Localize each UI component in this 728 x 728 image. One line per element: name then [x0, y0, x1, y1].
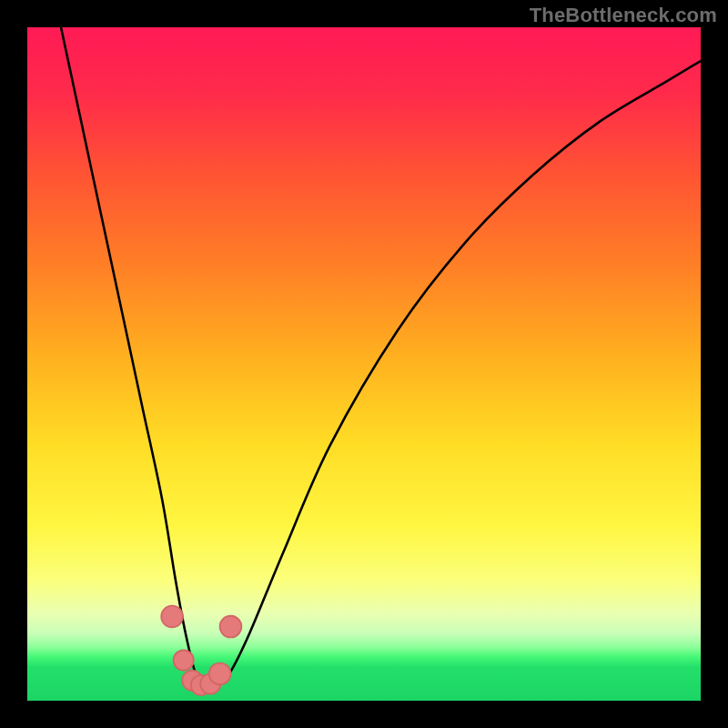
highlight-point	[220, 616, 242, 638]
highlight-point	[161, 606, 183, 628]
watermark-text: TheBottleneck.com	[530, 4, 717, 27]
bottleneck-curve	[61, 27, 701, 689]
highlight-markers	[161, 606, 241, 695]
highlight-point	[209, 663, 231, 685]
chart-stage: TheBottleneck.com	[0, 0, 728, 728]
highlight-point	[174, 651, 194, 671]
plot-area	[27, 27, 701, 701]
curve-layer	[27, 27, 701, 701]
